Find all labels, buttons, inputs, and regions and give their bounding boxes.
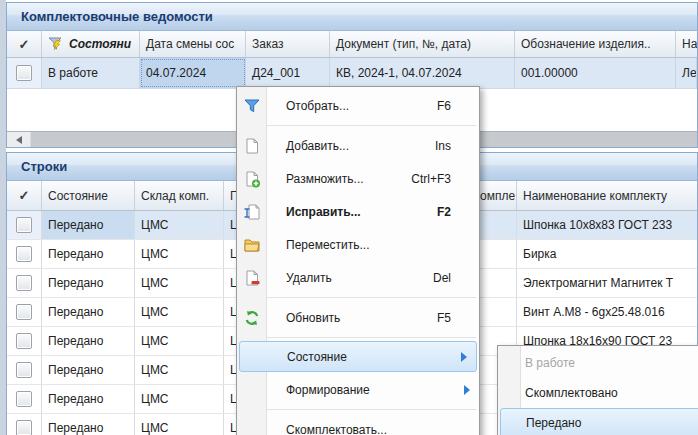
row-state-cell[interactable]: Передано [42, 327, 135, 355]
submenu-item-completed[interactable]: Скомплектовано [498, 378, 698, 408]
row-name-cell[interactable]: Винт А.М8 - 6gх25.48.016 [517, 298, 697, 326]
row-check-cell[interactable] [7, 269, 42, 297]
context-menu: Отобрать... F6 Добавить... Ins Размножит… [236, 86, 480, 435]
row-warehouse-cell[interactable]: ЦМС [135, 356, 224, 384]
row-document-cell[interactable]: КВ, 2024-1, 04.07.2024 [330, 58, 515, 88]
row-state-cell[interactable]: Передано [42, 211, 135, 239]
row-check-cell[interactable] [7, 327, 42, 355]
submenu-arrow-icon [464, 385, 470, 395]
column-header-name[interactable]: На [676, 31, 697, 57]
row-state-cell[interactable]: Передано [42, 240, 135, 268]
move-folder-icon [240, 236, 264, 254]
row-warehouse-cell[interactable]: ЦМС [135, 298, 224, 326]
row-check-cell[interactable] [7, 414, 42, 435]
add-document-icon [240, 137, 264, 155]
state-submenu: В работе Скомплектовано Передано [497, 345, 698, 435]
row-check-cell[interactable] [7, 211, 42, 239]
checkbox[interactable] [16, 362, 32, 378]
row-state-cell[interactable]: Передано [42, 356, 135, 384]
checkbox[interactable] [16, 420, 32, 435]
column-header-name[interactable]: Наименование комплекту [517, 181, 697, 210]
menu-item-duplicate[interactable]: Размножить... Ctrl+F3 [237, 162, 479, 195]
row-state-cell[interactable]: Передано [42, 298, 135, 326]
row-warehouse-cell[interactable]: ЦМС [135, 211, 224, 239]
menu-separator [267, 409, 476, 410]
row-name-cell[interactable]: Шпонка 10х8х83 ГОСТ 233 [517, 211, 697, 239]
filter-icon [240, 97, 264, 115]
row-name-cell[interactable]: Электромагнит Магнитек Т [517, 269, 697, 297]
row-warehouse-cell[interactable]: ЦМС [135, 240, 224, 268]
checkbox[interactable] [16, 65, 32, 81]
column-header-order[interactable]: Заказ [246, 31, 330, 57]
menu-item-delete[interactable]: Удалить Del [237, 261, 479, 294]
filter-lightning-icon [48, 37, 64, 51]
menu-separator [267, 337, 476, 338]
menu-item-state[interactable]: Состояние [239, 341, 477, 372]
menu-item-add[interactable]: Добавить... Ins [237, 129, 479, 162]
menu-separator [267, 125, 476, 126]
submenu-item-transferred[interactable]: Передано [500, 408, 698, 435]
row-state-cell[interactable]: Передано [42, 414, 135, 435]
checkbox[interactable] [16, 333, 32, 349]
checkbox[interactable] [16, 304, 32, 320]
panel-vedomosti-title: Комплектовочные ведомости [7, 3, 697, 31]
row-check-cell[interactable] [7, 385, 42, 413]
menu-item-filter[interactable]: Отобрать... F6 [237, 89, 479, 122]
edit-document-icon [240, 203, 264, 221]
row-check-cell[interactable] [7, 240, 42, 268]
vedomosti-header-row: ✓ Состояни Дата смены сос Заказ Документ… [7, 31, 697, 58]
column-header-state[interactable]: Состояние [42, 181, 135, 210]
column-header-warehouse[interactable]: Склад комп. [135, 181, 224, 210]
menu-item-formation[interactable]: Формирование [237, 373, 479, 406]
menu-separator [267, 297, 476, 298]
row-date-cell-focused[interactable]: 04.07.2024 [140, 58, 246, 88]
row-warehouse-cell[interactable]: ЦМС [135, 327, 224, 355]
menu-item-complete[interactable]: Скомплектовать... [237, 413, 479, 435]
column-header-date[interactable]: Дата смены сос [140, 31, 246, 57]
menu-item-edit[interactable]: Исправить... F2 [237, 195, 479, 228]
submenu-arrow-icon [461, 352, 467, 362]
checkbox[interactable] [16, 275, 32, 291]
refresh-icon [240, 309, 264, 327]
checkbox[interactable] [16, 391, 32, 407]
row-order-cell[interactable]: Д24_001 [246, 58, 330, 88]
column-header-product[interactable]: Обозначение изделия.. [515, 31, 676, 57]
row-warehouse-cell[interactable]: ЦМС [135, 414, 224, 435]
row-check-cell[interactable] [7, 356, 42, 384]
delete-document-icon [240, 269, 264, 287]
submenu-item-in-work: В работе [498, 348, 698, 378]
row-state-cell[interactable]: В работе [42, 58, 140, 88]
menu-item-refresh[interactable]: Обновить F5 [237, 301, 479, 334]
row-warehouse-cell[interactable]: ЦМС [135, 385, 224, 413]
duplicate-document-icon [240, 170, 264, 188]
row-warehouse-cell[interactable]: ЦМС [135, 269, 224, 297]
column-header-document[interactable]: Документ (тип, №, дата) [330, 31, 515, 57]
column-header-check[interactable]: ✓ [7, 181, 42, 210]
menu-item-move[interactable]: Переместить... [237, 228, 479, 261]
column-header-state[interactable]: Состояни [42, 31, 140, 57]
app-window: Комплектовочные ведомости ✓ Состояни Дат… [0, 0, 698, 435]
row-check-cell[interactable] [7, 298, 42, 326]
checkbox[interactable] [16, 246, 32, 262]
arrow-left-icon [16, 136, 22, 144]
row-product-cell[interactable]: 001.00000 [515, 58, 676, 88]
checkbox[interactable] [16, 217, 32, 233]
vedomosti-selected-row[interactable]: В работе 04.07.2024 Д24_001 КВ, 2024-1, … [7, 58, 697, 89]
check-icon: ✓ [19, 37, 30, 52]
row-name-cell[interactable]: Бирка [517, 240, 697, 268]
row-name-cell[interactable]: Ле [676, 58, 697, 88]
row-state-cell[interactable]: Передано [42, 269, 135, 297]
column-header-state-label: Состояни [69, 37, 131, 51]
scroll-left-button[interactable] [7, 132, 31, 147]
check-icon: ✓ [19, 188, 30, 203]
row-state-cell[interactable]: Передано [42, 385, 135, 413]
column-header-check[interactable]: ✓ [7, 31, 42, 57]
row-check-cell[interactable] [7, 58, 42, 88]
